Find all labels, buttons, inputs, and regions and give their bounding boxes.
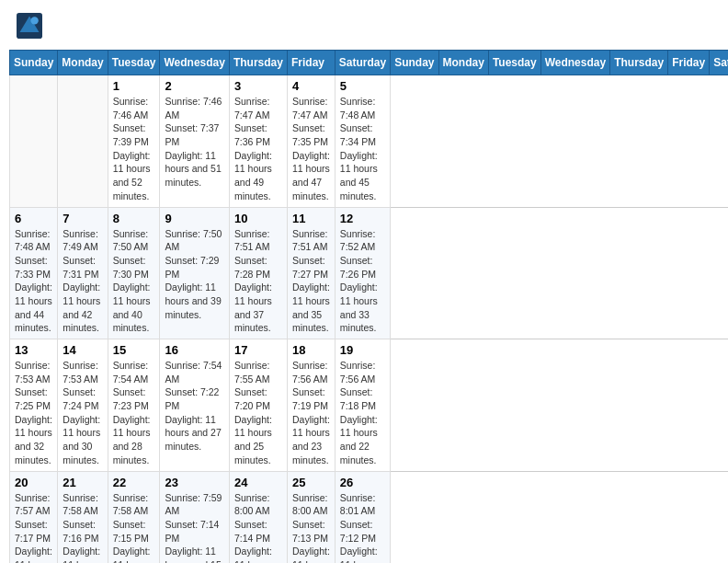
- day-info: Sunrise: 7:49 AMSunset: 7:31 PMDaylight:…: [63, 227, 102, 336]
- header-thursday: Thursday: [229, 51, 287, 75]
- day-number: 4: [292, 79, 330, 93]
- day-cell: [58, 75, 108, 208]
- day-number: 16: [165, 343, 223, 357]
- day-number: 25: [292, 476, 330, 489]
- col-header-friday: Friday: [668, 51, 710, 75]
- header-friday: Friday: [287, 51, 335, 75]
- day-number: 6: [15, 212, 52, 225]
- logo: [17, 13, 44, 39]
- day-number: 18: [292, 343, 330, 357]
- day-cell: 2Sunrise: 7:46 AMSunset: 7:37 PMDaylight…: [160, 75, 229, 208]
- day-info: Sunrise: 7:59 AMSunset: 7:14 PMDaylight:…: [165, 491, 223, 564]
- day-cell: 16Sunrise: 7:54 AMSunset: 7:22 PMDayligh…: [160, 339, 229, 472]
- day-info: Sunrise: 7:51 AMSunset: 7:27 PMDaylight:…: [292, 227, 330, 336]
- day-cell: 6Sunrise: 7:48 AMSunset: 7:33 PMDaylight…: [10, 207, 58, 339]
- day-info: Sunrise: 7:52 AMSunset: 7:26 PMDaylight:…: [340, 227, 385, 336]
- header-tuesday: Tuesday: [108, 51, 160, 75]
- day-number: 20: [15, 476, 52, 489]
- day-info: Sunrise: 7:56 AMSunset: 7:18 PMDaylight:…: [340, 359, 385, 467]
- col-header-tuesday: Tuesday: [488, 51, 540, 75]
- day-cell: 17Sunrise: 7:55 AMSunset: 7:20 PMDayligh…: [229, 339, 287, 472]
- day-cell: 3Sunrise: 7:47 AMSunset: 7:36 PMDaylight…: [229, 75, 287, 208]
- week-row-3: 13Sunrise: 7:53 AMSunset: 7:25 PMDayligh…: [10, 339, 729, 472]
- day-cell: 21Sunrise: 7:58 AMSunset: 7:16 PMDayligh…: [58, 471, 108, 563]
- day-cell: 12Sunrise: 7:52 AMSunset: 7:26 PMDayligh…: [335, 207, 390, 339]
- day-cell: 5Sunrise: 7:48 AMSunset: 7:34 PMDaylight…: [335, 75, 390, 208]
- day-number: 8: [113, 212, 155, 225]
- day-cell: 23Sunrise: 7:59 AMSunset: 7:14 PMDayligh…: [160, 471, 229, 563]
- day-number: 12: [340, 212, 385, 225]
- day-info: Sunrise: 7:46 AMSunset: 7:37 PMDaylight:…: [165, 95, 223, 190]
- day-number: 1: [113, 79, 155, 93]
- day-number: 26: [340, 476, 385, 489]
- day-cell: 10Sunrise: 7:51 AMSunset: 7:28 PMDayligh…: [229, 207, 287, 339]
- day-cell: 11Sunrise: 7:51 AMSunset: 7:27 PMDayligh…: [287, 207, 335, 339]
- header-sunday: Sunday: [10, 51, 58, 75]
- day-number: 7: [63, 212, 102, 225]
- day-number: 14: [63, 343, 102, 357]
- day-cell: 26Sunrise: 8:01 AMSunset: 7:12 PMDayligh…: [335, 471, 390, 563]
- day-info: Sunrise: 8:01 AMSunset: 7:12 PMDaylight:…: [340, 491, 385, 564]
- day-number: 9: [165, 212, 223, 225]
- day-cell: 15Sunrise: 7:54 AMSunset: 7:23 PMDayligh…: [108, 339, 160, 472]
- day-cell: 18Sunrise: 7:56 AMSunset: 7:19 PMDayligh…: [287, 339, 335, 472]
- day-cell: 25Sunrise: 8:00 AMSunset: 7:13 PMDayligh…: [287, 471, 335, 563]
- day-number: 15: [113, 343, 155, 357]
- day-info: Sunrise: 7:50 AMSunset: 7:30 PMDaylight:…: [113, 227, 155, 336]
- day-cell: 22Sunrise: 7:58 AMSunset: 7:15 PMDayligh…: [108, 471, 160, 563]
- day-number: 22: [113, 476, 155, 489]
- day-info: Sunrise: 7:58 AMSunset: 7:15 PMDaylight:…: [113, 491, 155, 564]
- day-info: Sunrise: 7:46 AMSunset: 7:39 PMDaylight:…: [113, 95, 155, 203]
- calendar-table: SundayMondayTuesdayWednesdayThursdayFrid…: [9, 50, 728, 563]
- day-number: 2: [165, 79, 223, 93]
- calendar-header-row: SundayMondayTuesdayWednesdayThursdayFrid…: [10, 51, 729, 75]
- col-header-thursday: Thursday: [610, 51, 668, 75]
- day-info: Sunrise: 7:53 AMSunset: 7:24 PMDaylight:…: [63, 359, 102, 467]
- col-header-monday: Monday: [438, 51, 488, 75]
- day-number: 19: [340, 343, 385, 357]
- week-row-4: 20Sunrise: 7:57 AMSunset: 7:17 PMDayligh…: [10, 471, 729, 563]
- day-info: Sunrise: 7:50 AMSunset: 7:29 PMDaylight:…: [165, 227, 223, 322]
- day-info: Sunrise: 7:58 AMSunset: 7:16 PMDaylight:…: [63, 491, 102, 564]
- day-number: 11: [292, 212, 330, 225]
- week-row-2: 6Sunrise: 7:48 AMSunset: 7:33 PMDaylight…: [10, 207, 729, 339]
- header-wednesday: Wednesday: [160, 51, 229, 75]
- header-saturday: Saturday: [335, 51, 390, 75]
- day-number: 17: [234, 343, 282, 357]
- day-cell: 14Sunrise: 7:53 AMSunset: 7:24 PMDayligh…: [58, 339, 108, 472]
- col-header-sunday: Sunday: [391, 51, 438, 75]
- day-cell: 19Sunrise: 7:56 AMSunset: 7:18 PMDayligh…: [335, 339, 390, 472]
- day-info: Sunrise: 8:00 AMSunset: 7:13 PMDaylight:…: [292, 491, 330, 564]
- day-info: Sunrise: 7:47 AMSunset: 7:36 PMDaylight:…: [234, 95, 282, 203]
- day-info: Sunrise: 7:51 AMSunset: 7:28 PMDaylight:…: [234, 227, 282, 336]
- day-info: Sunrise: 7:47 AMSunset: 7:35 PMDaylight:…: [292, 95, 330, 203]
- day-number: 21: [63, 476, 102, 489]
- day-number: 23: [165, 476, 223, 489]
- day-cell: [10, 75, 58, 208]
- day-cell: 20Sunrise: 7:57 AMSunset: 7:17 PMDayligh…: [10, 471, 58, 563]
- svg-point-2: [30, 17, 38, 24]
- day-info: Sunrise: 7:54 AMSunset: 7:22 PMDaylight:…: [165, 359, 223, 454]
- day-number: 5: [340, 79, 385, 93]
- day-cell: 7Sunrise: 7:49 AMSunset: 7:31 PMDaylight…: [58, 207, 108, 339]
- day-cell: 4Sunrise: 7:47 AMSunset: 7:35 PMDaylight…: [287, 75, 335, 208]
- col-header-wednesday: Wednesday: [540, 51, 609, 75]
- day-number: 10: [234, 212, 282, 225]
- col-header-saturday: Saturday: [710, 51, 728, 75]
- day-cell: 13Sunrise: 7:53 AMSunset: 7:25 PMDayligh…: [10, 339, 58, 472]
- week-row-1: 1Sunrise: 7:46 AMSunset: 7:39 PMDaylight…: [10, 75, 729, 208]
- day-info: Sunrise: 7:48 AMSunset: 7:34 PMDaylight:…: [340, 95, 385, 203]
- day-cell: 9Sunrise: 7:50 AMSunset: 7:29 PMDaylight…: [160, 207, 229, 339]
- day-number: 13: [15, 343, 52, 357]
- header-monday: Monday: [58, 51, 108, 75]
- day-info: Sunrise: 7:54 AMSunset: 7:23 PMDaylight:…: [113, 359, 155, 467]
- day-cell: 24Sunrise: 8:00 AMSunset: 7:14 PMDayligh…: [229, 471, 287, 563]
- day-number: 3: [234, 79, 282, 93]
- day-info: Sunrise: 7:55 AMSunset: 7:20 PMDaylight:…: [234, 359, 282, 467]
- day-info: Sunrise: 7:48 AMSunset: 7:33 PMDaylight:…: [15, 227, 52, 336]
- day-info: Sunrise: 7:53 AMSunset: 7:25 PMDaylight:…: [15, 359, 52, 467]
- day-cell: 8Sunrise: 7:50 AMSunset: 7:30 PMDaylight…: [108, 207, 160, 339]
- day-cell: 1Sunrise: 7:46 AMSunset: 7:39 PMDaylight…: [108, 75, 160, 208]
- page-header: [9, 9, 719, 42]
- day-info: Sunrise: 7:57 AMSunset: 7:17 PMDaylight:…: [15, 491, 52, 564]
